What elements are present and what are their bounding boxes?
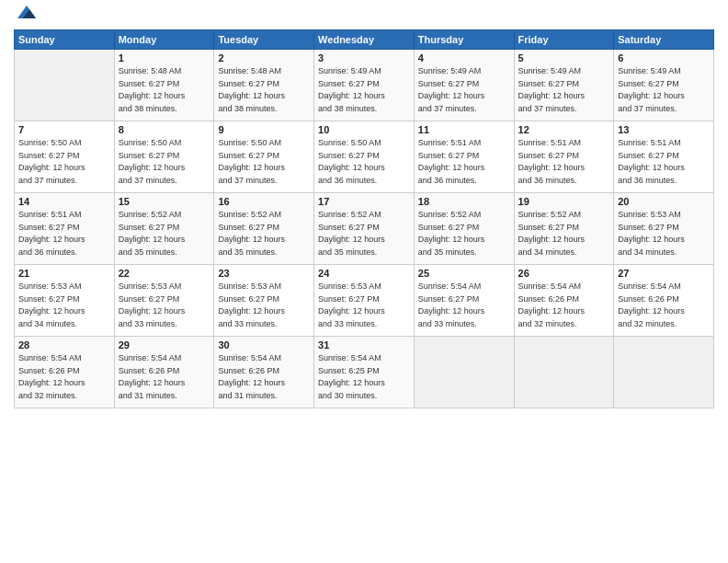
calendar-cell: 2Sunrise: 5:48 AM Sunset: 6:27 PM Daylig… [214,50,314,121]
col-header-friday: Friday [514,30,614,50]
day-number: 28 [18,339,110,350]
calendar-cell: 12Sunrise: 5:51 AM Sunset: 6:27 PM Dayli… [514,121,614,193]
calendar-cell: 17Sunrise: 5:52 AM Sunset: 6:27 PM Dayli… [314,193,415,265]
calendar-cell: 16Sunrise: 5:52 AM Sunset: 6:27 PM Dayli… [214,193,314,265]
calendar-cell: 20Sunrise: 5:53 AM Sunset: 6:27 PM Dayli… [614,193,714,265]
day-number: 15 [119,196,210,207]
calendar-cell [15,50,115,121]
calendar-cell: 10Sunrise: 5:50 AM Sunset: 6:27 PM Dayli… [314,121,415,193]
week-row-4: 21Sunrise: 5:53 AM Sunset: 6:27 PM Dayli… [15,265,714,337]
day-number: 4 [418,52,510,63]
week-row-5: 28Sunrise: 5:54 AM Sunset: 6:26 PM Dayli… [15,337,714,408]
day-info: Sunrise: 5:52 AM Sunset: 6:27 PM Dayligh… [318,209,410,259]
calendar-cell: 9Sunrise: 5:50 AM Sunset: 6:27 PM Daylig… [214,121,314,193]
day-info: Sunrise: 5:54 AM Sunset: 6:27 PM Dayligh… [418,281,510,330]
day-number: 1 [119,52,210,63]
calendar-cell: 18Sunrise: 5:52 AM Sunset: 6:27 PM Dayli… [414,193,514,265]
day-number: 14 [18,196,110,207]
col-header-wednesday: Wednesday [314,30,415,50]
day-info: Sunrise: 5:54 AM Sunset: 6:26 PM Dayligh… [518,281,610,330]
calendar-cell: 1Sunrise: 5:48 AM Sunset: 6:27 PM Daylig… [114,50,214,121]
day-info: Sunrise: 5:53 AM Sunset: 6:27 PM Dayligh… [18,281,110,330]
day-number: 26 [518,268,610,279]
week-row-3: 14Sunrise: 5:51 AM Sunset: 6:27 PM Dayli… [15,193,714,265]
day-number: 10 [318,124,410,135]
day-number: 29 [119,339,210,350]
calendar-cell: 27Sunrise: 5:54 AM Sunset: 6:26 PM Dayli… [614,265,714,337]
day-number: 17 [318,196,410,207]
week-row-2: 7Sunrise: 5:50 AM Sunset: 6:27 PM Daylig… [15,121,714,193]
day-info: Sunrise: 5:52 AM Sunset: 6:27 PM Dayligh… [119,209,210,259]
day-info: Sunrise: 5:53 AM Sunset: 6:27 PM Dayligh… [218,281,310,330]
header [14,9,714,24]
calendar-cell: 29Sunrise: 5:54 AM Sunset: 6:26 PM Dayli… [114,337,214,408]
day-info: Sunrise: 5:50 AM Sunset: 6:27 PM Dayligh… [18,137,110,187]
calendar-cell: 30Sunrise: 5:54 AM Sunset: 6:26 PM Dayli… [214,337,314,408]
calendar-cell: 25Sunrise: 5:54 AM Sunset: 6:27 PM Dayli… [414,265,514,337]
day-info: Sunrise: 5:50 AM Sunset: 6:27 PM Dayligh… [119,137,210,187]
day-number: 20 [618,196,710,207]
day-number: 3 [318,52,410,63]
day-number: 31 [318,339,410,350]
calendar-cell: 11Sunrise: 5:51 AM Sunset: 6:27 PM Dayli… [414,121,514,193]
calendar-cell: 14Sunrise: 5:51 AM Sunset: 6:27 PM Dayli… [15,193,115,265]
day-number: 19 [518,196,610,207]
day-info: Sunrise: 5:52 AM Sunset: 6:27 PM Dayligh… [518,209,610,259]
day-number: 9 [218,124,310,135]
calendar-cell: 15Sunrise: 5:52 AM Sunset: 6:27 PM Dayli… [114,193,214,265]
calendar-cell [614,337,714,408]
calendar-cell: 13Sunrise: 5:51 AM Sunset: 6:27 PM Dayli… [614,121,714,193]
day-number: 16 [218,196,310,207]
day-number: 21 [18,268,110,279]
logo [14,9,38,24]
day-number: 13 [618,124,710,135]
day-info: Sunrise: 5:53 AM Sunset: 6:27 PM Dayligh… [318,281,410,330]
day-info: Sunrise: 5:49 AM Sunset: 6:27 PM Dayligh… [318,65,410,115]
calendar-cell: 7Sunrise: 5:50 AM Sunset: 6:27 PM Daylig… [15,121,115,193]
day-info: Sunrise: 5:53 AM Sunset: 6:27 PM Dayligh… [618,209,710,259]
calendar-cell: 19Sunrise: 5:52 AM Sunset: 6:27 PM Dayli… [514,193,614,265]
day-info: Sunrise: 5:51 AM Sunset: 6:27 PM Dayligh… [518,137,610,187]
day-number: 23 [218,268,310,279]
calendar-cell [514,337,614,408]
day-info: Sunrise: 5:49 AM Sunset: 6:27 PM Dayligh… [518,65,610,115]
day-info: Sunrise: 5:50 AM Sunset: 6:27 PM Dayligh… [318,137,410,187]
day-number: 22 [119,268,210,279]
col-header-tuesday: Tuesday [214,30,314,50]
col-header-thursday: Thursday [414,30,514,50]
calendar-cell: 23Sunrise: 5:53 AM Sunset: 6:27 PM Dayli… [214,265,314,337]
calendar-cell: 5Sunrise: 5:49 AM Sunset: 6:27 PM Daylig… [514,50,614,121]
calendar-cell: 6Sunrise: 5:49 AM Sunset: 6:27 PM Daylig… [614,50,714,121]
day-number: 11 [418,124,510,135]
col-header-sunday: Sunday [15,30,115,50]
day-number: 30 [218,339,310,350]
day-info: Sunrise: 5:54 AM Sunset: 6:25 PM Dayligh… [318,352,410,402]
day-info: Sunrise: 5:51 AM Sunset: 6:27 PM Dayligh… [618,137,710,187]
col-header-monday: Monday [114,30,214,50]
calendar-cell: 28Sunrise: 5:54 AM Sunset: 6:26 PM Dayli… [15,337,115,408]
week-row-1: 1Sunrise: 5:48 AM Sunset: 6:27 PM Daylig… [15,50,714,121]
page: SundayMondayTuesdayWednesdayThursdayFrid… [0,0,728,563]
day-info: Sunrise: 5:51 AM Sunset: 6:27 PM Dayligh… [18,209,110,259]
calendar-cell [414,337,514,408]
calendar-cell: 24Sunrise: 5:53 AM Sunset: 6:27 PM Dayli… [314,265,415,337]
calendar-cell: 26Sunrise: 5:54 AM Sunset: 6:26 PM Dayli… [514,265,614,337]
calendar-cell: 3Sunrise: 5:49 AM Sunset: 6:27 PM Daylig… [314,50,415,121]
day-info: Sunrise: 5:49 AM Sunset: 6:27 PM Dayligh… [418,65,510,115]
day-info: Sunrise: 5:52 AM Sunset: 6:27 PM Dayligh… [218,209,310,259]
day-number: 8 [119,124,210,135]
header-row: SundayMondayTuesdayWednesdayThursdayFrid… [15,30,714,50]
col-header-saturday: Saturday [614,30,714,50]
day-number: 12 [518,124,610,135]
day-info: Sunrise: 5:50 AM Sunset: 6:27 PM Dayligh… [218,137,310,187]
calendar-cell: 8Sunrise: 5:50 AM Sunset: 6:27 PM Daylig… [114,121,214,193]
day-number: 18 [418,196,510,207]
calendar-cell: 31Sunrise: 5:54 AM Sunset: 6:25 PM Dayli… [314,337,415,408]
day-number: 27 [618,268,710,279]
calendar-cell: 4Sunrise: 5:49 AM Sunset: 6:27 PM Daylig… [414,50,514,121]
day-number: 25 [418,268,510,279]
day-info: Sunrise: 5:48 AM Sunset: 6:27 PM Dayligh… [218,65,310,115]
day-info: Sunrise: 5:49 AM Sunset: 6:27 PM Dayligh… [618,65,710,115]
day-info: Sunrise: 5:48 AM Sunset: 6:27 PM Dayligh… [119,65,210,115]
day-info: Sunrise: 5:54 AM Sunset: 6:26 PM Dayligh… [218,352,310,402]
